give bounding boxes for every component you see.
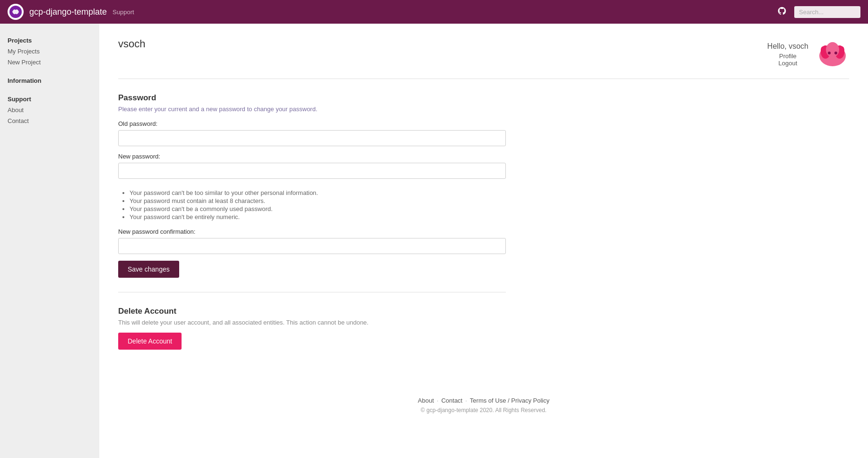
github-icon[interactable]	[775, 4, 789, 20]
app-title: gcp-django-template	[29, 7, 107, 17]
delete-account-description: This will delete your user account, and …	[118, 319, 849, 326]
footer-about-link[interactable]: About	[418, 397, 434, 404]
footer-terms-link[interactable]: Terms of Use / Privacy Policy	[470, 397, 549, 404]
main-content: vsoch Hello, vsoch Profile Logout	[99, 24, 868, 458]
logout-link[interactable]: Logout	[767, 60, 808, 67]
hello-text: Hello, vsoch	[767, 42, 808, 51]
profile-info: Hello, vsoch Profile Logout	[767, 42, 808, 67]
svg-point-4	[826, 42, 839, 57]
password-hints: Your password can't be too similar to yo…	[130, 189, 849, 220]
logo[interactable]	[8, 4, 24, 20]
hint-1: Your password can't be too similar to yo…	[130, 189, 849, 196]
password-description: Please enter your current and a new pass…	[118, 106, 849, 113]
hint-4: Your password can't be entirely numeric.	[130, 213, 849, 220]
sidebar-item-contact[interactable]: Contact	[0, 115, 99, 126]
sidebar-section-projects: Projects	[0, 33, 99, 46]
sidebar-section-information: Information	[0, 73, 99, 86]
svg-point-6	[834, 52, 837, 54]
confirm-password-input[interactable]	[118, 238, 506, 254]
avatar	[816, 38, 849, 71]
old-password-input[interactable]	[118, 130, 506, 146]
sidebar: Projects My Projects New Project Informa…	[0, 24, 99, 458]
old-password-label: Old password:	[118, 120, 849, 127]
hint-2: Your password must contain at least 8 ch…	[130, 197, 849, 204]
new-password-label: New password:	[118, 153, 849, 160]
sidebar-section-support: Support	[0, 92, 99, 105]
sidebar-item-my-projects[interactable]: My Projects	[0, 46, 99, 57]
search-input[interactable]	[794, 6, 860, 18]
save-changes-button[interactable]: Save changes	[118, 261, 179, 278]
password-title: Password	[118, 93, 849, 103]
footer-dot-2: ·	[465, 397, 467, 404]
delete-account-button[interactable]: Delete Account	[118, 333, 182, 350]
confirm-password-label: New password confirmation:	[118, 228, 849, 235]
svg-point-8	[840, 46, 844, 54]
profile-username: vsoch	[118, 38, 145, 50]
profile-header: vsoch Hello, vsoch Profile Logout	[118, 38, 849, 79]
footer: About · Contact · Terms of Use / Privacy…	[118, 378, 849, 423]
header: gcp-django-template Support	[0, 0, 868, 24]
footer-links: About · Contact · Terms of Use / Privacy…	[118, 397, 849, 404]
section-divider	[118, 292, 506, 292]
password-section: Password Please enter your current and a…	[118, 93, 849, 278]
delete-account-title: Delete Account	[118, 307, 849, 316]
profile-link[interactable]: Profile	[767, 53, 808, 60]
hint-3: Your password can't be a commonly used p…	[130, 205, 849, 212]
layout: Projects My Projects New Project Informa…	[0, 24, 868, 458]
sidebar-item-new-project[interactable]: New Project	[0, 57, 99, 68]
footer-dot-1: ·	[437, 397, 439, 404]
support-label: Support	[113, 9, 134, 16]
new-password-input[interactable]	[118, 163, 506, 179]
svg-point-7	[821, 46, 825, 54]
footer-contact-link[interactable]: Contact	[441, 397, 462, 404]
svg-point-5	[828, 52, 831, 54]
delete-account-section: Delete Account This will delete your use…	[118, 307, 849, 350]
sidebar-item-about[interactable]: About	[0, 105, 99, 115]
profile-right: Hello, vsoch Profile Logout	[767, 38, 849, 71]
footer-copyright: © gcp-django-template 2020. All Rights R…	[118, 407, 849, 414]
